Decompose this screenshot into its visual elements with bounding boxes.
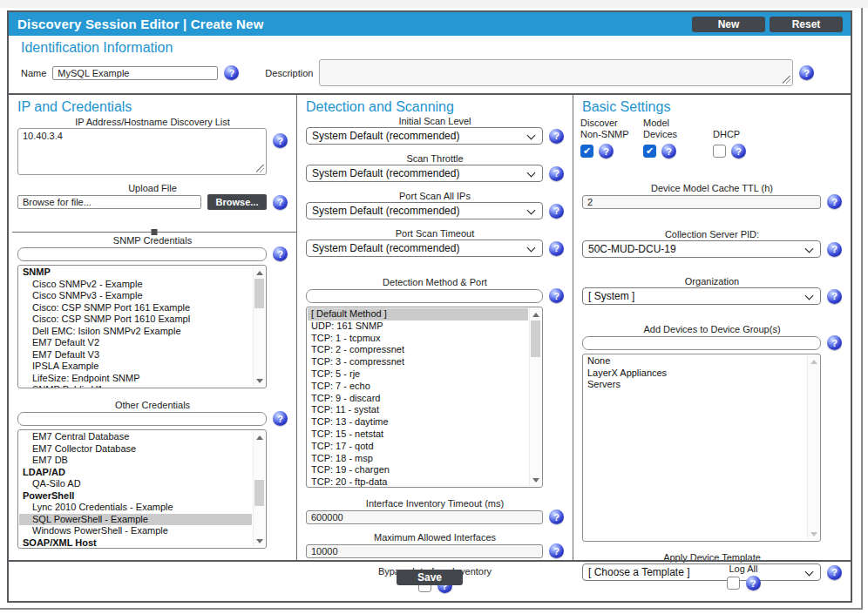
upload-file-input[interactable]: Browse for file... [17, 195, 201, 209]
help-icon[interactable] [731, 144, 746, 159]
list-item[interactable]: Cisco: CSP SNMP Port 1610 Exampl [19, 314, 252, 326]
scroll-up-icon[interactable] [808, 356, 820, 367]
scrollbar[interactable] [529, 308, 541, 486]
list-item[interactable]: EM7 Default V2 [19, 337, 252, 349]
list-item[interactable]: EM7 Default V3 [19, 349, 252, 361]
list-item[interactable]: TCP: 9 - discard [308, 393, 528, 405]
help-icon[interactable] [549, 166, 564, 181]
help-icon[interactable] [549, 288, 564, 303]
scroll-up-icon[interactable] [254, 267, 266, 278]
dhcp-checkbox[interactable] [713, 145, 726, 158]
list-item[interactable]: SNMP [19, 267, 252, 279]
scan-throttle-select[interactable]: System Default (recommended) [306, 165, 543, 182]
interface-timeout-input[interactable]: 600000 [306, 510, 543, 524]
resize-grip-icon[interactable] [783, 76, 790, 84]
help-icon[interactable] [273, 133, 288, 148]
list-item[interactable]: LifeSize: Endpoint SNMP [19, 373, 252, 385]
help-icon[interactable] [827, 194, 842, 209]
help-icon[interactable] [799, 65, 814, 80]
save-button[interactable]: Save [397, 570, 463, 585]
list-item[interactable]: TCP: 3 - compressnet [308, 356, 528, 368]
scroll-up-icon[interactable] [530, 309, 542, 320]
help-icon[interactable] [224, 65, 239, 80]
organization-select[interactable]: [ System ] [582, 287, 821, 305]
scrollbar-thumb[interactable] [254, 279, 264, 308]
list-item[interactable]: TCP: 5 - rje [308, 368, 528, 381]
description-textarea[interactable] [319, 59, 793, 86]
initial-scan-level-select[interactable]: System Default (recommended) [306, 127, 543, 145]
device-groups-filter-input[interactable] [582, 336, 821, 350]
list-item[interactable]: TCP: 1 - tcpmux [308, 333, 528, 345]
list-item[interactable]: TCP: 2 - compressnet [308, 344, 528, 356]
scrollbar-thumb[interactable] [531, 320, 540, 357]
help-icon[interactable] [273, 246, 288, 261]
help-icon[interactable] [549, 204, 564, 219]
list-item[interactable]: TCP: 13 - daytime [308, 416, 528, 428]
list-item[interactable]: QA-Silo AD [19, 478, 252, 490]
list-item[interactable]: [ Default Method ] [308, 308, 528, 320]
help-icon[interactable] [827, 289, 842, 304]
list-item[interactable]: TCP: 11 - systat [308, 404, 528, 416]
list-item[interactable]: EM7 Collector Database [19, 443, 252, 455]
list-item[interactable]: Cisco: CSP SNMP Port 161 Example [19, 302, 252, 314]
scroll-up-icon[interactable] [254, 432, 266, 442]
snmp-filter-input[interactable] [17, 247, 267, 261]
list-item[interactable]: Lync 2010 Credentials - Example [19, 502, 252, 514]
list-item[interactable]: LayerX Appliances [584, 368, 806, 380]
scrollbar-thumb[interactable] [254, 480, 264, 506]
list-item[interactable]: TCP: 15 - netstat [308, 428, 528, 441]
discover-non-snmp-checkbox[interactable] [580, 145, 593, 158]
help-icon[interactable] [599, 144, 614, 159]
new-button[interactable]: New [692, 17, 765, 32]
scroll-down-icon[interactable] [254, 375, 266, 386]
scrollbar[interactable] [807, 355, 819, 540]
list-item[interactable]: TCP: 17 - qotd [308, 441, 528, 453]
list-item[interactable]: TCP: 7 - echo [308, 381, 528, 393]
scroll-down-icon[interactable] [808, 529, 820, 539]
other-filter-input[interactable] [17, 412, 267, 426]
model-devices-checkbox[interactable] [643, 145, 656, 158]
browse-button[interactable]: Browse... [207, 194, 267, 210]
list-item[interactable]: SNMP Public V1 [19, 384, 252, 388]
help-icon[interactable] [549, 241, 564, 256]
help-icon[interactable] [549, 129, 564, 144]
list-item[interactable]: None [584, 355, 806, 368]
help-icon[interactable] [549, 543, 564, 558]
help-icon[interactable] [661, 144, 676, 159]
help-icon[interactable] [827, 242, 842, 257]
resize-grip-icon[interactable] [256, 165, 264, 172]
help-icon[interactable] [273, 411, 288, 426]
list-item[interactable]: Cisco SNMPv2 - Example [19, 279, 252, 291]
splitter-handle[interactable] [12, 232, 296, 233]
detection-method-list[interactable]: [ Default Method ]UDP: 161 SNMPTCP: 1 - … [306, 307, 543, 488]
list-item[interactable]: UDP: 161 SNMP [308, 320, 528, 333]
max-interfaces-input[interactable]: 10000 [306, 544, 543, 558]
other-credentials-list[interactable]: EM7 Central DatabaseEM7 Collector Databa… [17, 429, 267, 549]
list-item[interactable]: TCP: 19 - chargen [308, 464, 528, 476]
help-icon[interactable] [549, 509, 564, 524]
list-item[interactable]: LDAP/AD [19, 467, 252, 479]
device-model-cache-ttl-input[interactable]: 2 [582, 195, 821, 209]
list-item[interactable]: EM7 DB [19, 455, 252, 467]
scroll-down-icon[interactable] [530, 475, 542, 485]
list-item[interactable]: SQL PowerShell - Example [19, 514, 252, 526]
port-scan-timeout-select[interactable]: System Default (recommended) [306, 240, 543, 257]
reset-button[interactable]: Reset [770, 17, 843, 32]
scroll-down-icon[interactable] [254, 536, 266, 546]
list-item[interactable]: TCP: 18 - msp [308, 453, 528, 465]
help-icon[interactable] [273, 195, 288, 210]
help-icon[interactable] [827, 335, 842, 350]
list-item[interactable]: EM7 Central Database [19, 431, 252, 443]
list-item[interactable]: PowerShell [19, 490, 252, 503]
scrollbar[interactable] [253, 267, 265, 387]
list-item[interactable]: IPSLA Example [19, 361, 252, 373]
name-input[interactable]: MySQL Example [52, 66, 218, 80]
list-item[interactable]: Windows PowerShell - Example [19, 525, 252, 537]
help-icon[interactable] [746, 576, 761, 590]
detection-method-filter-input[interactable] [306, 289, 543, 303]
scrollbar[interactable] [253, 431, 265, 547]
log-all-checkbox[interactable] [727, 577, 740, 590]
list-item[interactable]: Servers [584, 379, 806, 391]
list-item[interactable]: SOAP/XML Host [19, 537, 252, 550]
collection-server-pid-select[interactable]: 50C-MUD-DCU-19 [582, 240, 821, 258]
